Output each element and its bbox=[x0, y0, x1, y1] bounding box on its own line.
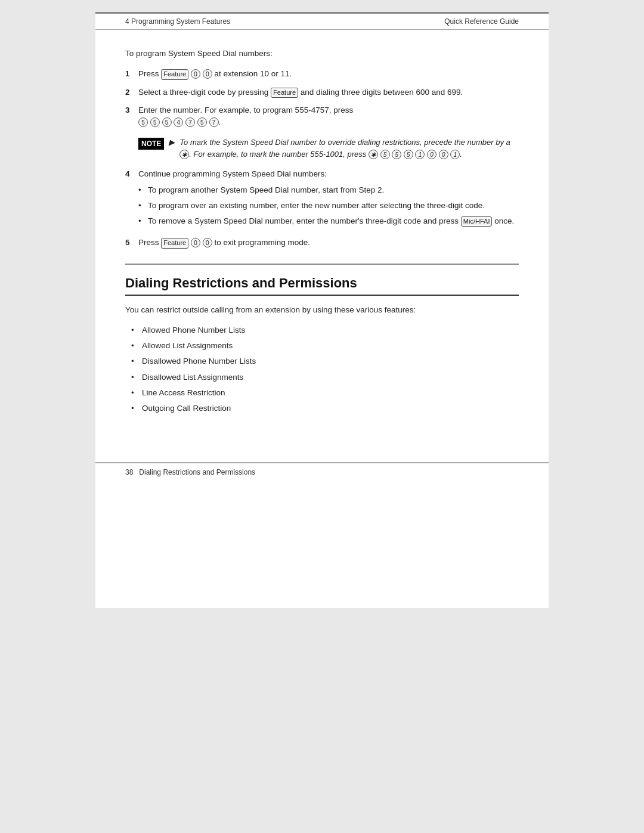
feature-item-1: • Allowed Phone Number Lists bbox=[131, 324, 519, 336]
bullet-2: • bbox=[138, 200, 144, 212]
key-5d: 5 bbox=[197, 117, 207, 127]
step-5: 5 Press Feature 0 0 to exit programming … bbox=[125, 237, 519, 249]
feature-item-6: • Outgoing Call Restriction bbox=[131, 402, 519, 414]
step-4: 4 Continue programming System Speed Dial… bbox=[125, 168, 519, 231]
note-star: ✱ bbox=[369, 150, 378, 159]
sub-item-1-text: To program another System Speed Dial num… bbox=[148, 184, 384, 196]
step-4-sublist: • To program another System Speed Dial n… bbox=[138, 184, 519, 228]
intro-text: To program System Speed Dial numbers: bbox=[125, 48, 519, 60]
key-7a: 7 bbox=[185, 117, 195, 127]
feature-item-5: • Line Access Restriction bbox=[131, 387, 519, 399]
feature-key-5: Feature bbox=[161, 238, 188, 248]
page-footer: 38 Dialing Restrictions and Permissions bbox=[95, 462, 549, 481]
step-2: 2 Select a three-digit code by pressing … bbox=[125, 86, 519, 98]
bullet-3: • bbox=[138, 215, 144, 227]
feature-bullet-2: • bbox=[131, 340, 137, 352]
key-5c: 5 bbox=[162, 117, 172, 127]
key-5a: 5 bbox=[138, 117, 148, 127]
note-1b: 1 bbox=[450, 150, 460, 159]
sub-item-2-text: To program over an existing number, ente… bbox=[148, 200, 485, 212]
note-5c: 5 bbox=[404, 150, 413, 159]
section-title: Dialing Restrictions and Permissions bbox=[125, 275, 519, 296]
feature-item-2: • Allowed List Assignments bbox=[131, 340, 519, 352]
note-label: NOTE bbox=[138, 138, 164, 150]
zero-key-5a: 0 bbox=[191, 238, 200, 247]
step-5-number: 5 bbox=[125, 237, 134, 249]
feature-bullet-1: • bbox=[131, 324, 137, 336]
page-content: To program System Speed Dial numbers: 1 … bbox=[95, 30, 549, 438]
mic-hfai-key: Mic/HFAI bbox=[461, 216, 493, 227]
step-4-content: Continue programming System Speed Dial n… bbox=[138, 168, 519, 231]
note-arrow: ▶ bbox=[169, 137, 175, 160]
key-7b: 7 bbox=[209, 117, 219, 127]
zero-key-1b: 0 bbox=[203, 69, 212, 79]
step-3-content: Enter the number. For example, to progra… bbox=[138, 104, 519, 129]
section-divider bbox=[125, 264, 519, 265]
feature-item-5-text: Line Access Restriction bbox=[142, 387, 225, 399]
star-key-note: ✱ bbox=[179, 150, 189, 159]
feature-item-1-text: Allowed Phone Number Lists bbox=[142, 324, 245, 336]
step-1-content: Press Feature 0 0 at extension 10 or 11. bbox=[138, 68, 519, 80]
page: 4 Programming System Features Quick Refe… bbox=[95, 12, 549, 608]
feature-item-3-text: Disallowed Phone Number Lists bbox=[142, 355, 256, 367]
sub-item-1: • To program another System Speed Dial n… bbox=[138, 184, 519, 196]
sub-item-3-text: To remove a System Speed Dial number, en… bbox=[148, 215, 514, 227]
footer-page-number: 38 bbox=[125, 468, 133, 476]
note-0a: 0 bbox=[427, 150, 436, 159]
feature-list: • Allowed Phone Number Lists • Allowed L… bbox=[131, 324, 519, 415]
note-0b: 0 bbox=[439, 150, 448, 159]
feature-item-4: • Disallowed List Assignments bbox=[131, 371, 519, 383]
feature-item-2-text: Allowed List Assignments bbox=[142, 340, 233, 352]
feature-bullet-3: • bbox=[131, 355, 137, 367]
note-5b: 5 bbox=[392, 150, 401, 159]
header-right: Quick Reference Guide bbox=[444, 17, 519, 26]
footer-text: Dialing Restrictions and Permissions bbox=[139, 468, 255, 476]
step-3: 3 Enter the number. For example, to prog… bbox=[125, 104, 519, 129]
feature-key-1: Feature bbox=[161, 69, 188, 79]
feature-bullet-5: • bbox=[131, 387, 137, 399]
step-2-number: 2 bbox=[125, 86, 134, 98]
bullet-1: • bbox=[138, 184, 144, 196]
zero-key-1a: 0 bbox=[191, 69, 200, 79]
feature-item-3: • Disallowed Phone Number Lists bbox=[131, 355, 519, 367]
step-2-content: Select a three-digit code by pressing Fe… bbox=[138, 86, 519, 98]
sub-item-2: • To program over an existing number, en… bbox=[138, 200, 519, 212]
feature-bullet-4: • bbox=[131, 371, 137, 383]
note-text: To mark the System Speed Dial number to … bbox=[179, 137, 519, 160]
sub-item-3: • To remove a System Speed Dial number, … bbox=[138, 215, 519, 227]
step-5-content: Press Feature 0 0 to exit programming mo… bbox=[138, 237, 519, 249]
step-4-number: 4 bbox=[125, 168, 134, 231]
step-1: 1 Press Feature 0 0 at extension 10 or 1… bbox=[125, 68, 519, 80]
section-intro: You can restrict outside calling from an… bbox=[125, 304, 519, 316]
zero-key-5b: 0 bbox=[203, 238, 212, 247]
header-left: 4 Programming System Features bbox=[125, 17, 230, 26]
feature-key-2: Feature bbox=[271, 88, 298, 98]
note-5a: 5 bbox=[380, 150, 390, 159]
page-header: 4 Programming System Features Quick Refe… bbox=[95, 12, 549, 30]
step-3-number: 3 bbox=[125, 104, 134, 129]
note-block: NOTE ▶ To mark the System Speed Dial num… bbox=[138, 137, 519, 160]
note-1: 1 bbox=[415, 150, 425, 159]
key-5b: 5 bbox=[150, 117, 160, 127]
step-1-number: 1 bbox=[125, 68, 134, 80]
steps-list: 1 Press Feature 0 0 at extension 10 or 1… bbox=[125, 68, 519, 128]
key-4: 4 bbox=[174, 117, 183, 127]
feature-item-4-text: Disallowed List Assignments bbox=[142, 371, 243, 383]
feature-bullet-6: • bbox=[131, 402, 137, 414]
feature-item-6-text: Outgoing Call Restriction bbox=[142, 402, 231, 414]
